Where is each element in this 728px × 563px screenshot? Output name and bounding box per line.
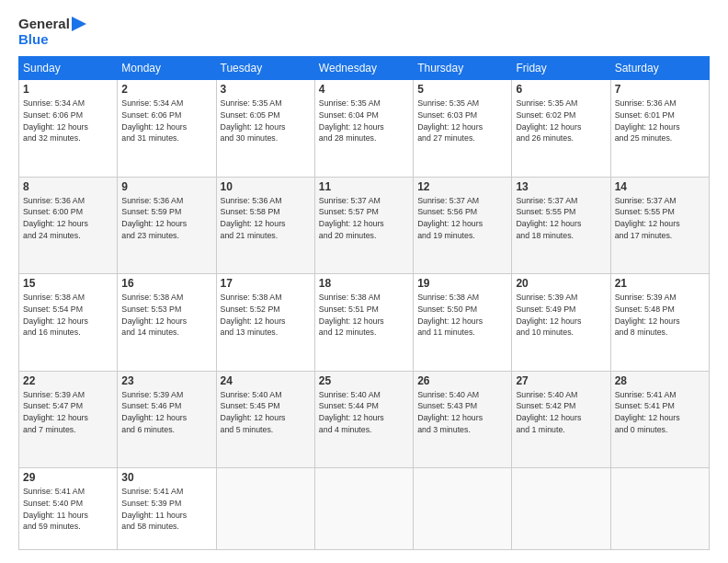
calendar-cell: 28Sunrise: 5:41 AM Sunset: 5:41 PM Dayli… bbox=[610, 371, 709, 468]
day-info: Sunrise: 5:38 AM Sunset: 5:53 PM Dayligh… bbox=[121, 292, 211, 339]
calendar-cell: 11Sunrise: 5:37 AM Sunset: 5:57 PM Dayli… bbox=[314, 177, 413, 274]
day-number: 29 bbox=[23, 471, 113, 484]
day-info: Sunrise: 5:35 AM Sunset: 6:05 PM Dayligh… bbox=[221, 98, 311, 144]
day-number: 5 bbox=[417, 83, 507, 96]
day-info: Sunrise: 5:34 AM Sunset: 6:06 PM Dayligh… bbox=[121, 98, 211, 144]
calendar-cell: 15Sunrise: 5:38 AM Sunset: 5:54 PM Dayli… bbox=[19, 274, 118, 372]
calendar-cell: 30Sunrise: 5:41 AM Sunset: 5:39 PM Dayli… bbox=[118, 468, 216, 550]
day-number: 8 bbox=[23, 180, 113, 193]
day-number: 25 bbox=[319, 374, 409, 387]
calendar-cell: 6Sunrise: 5:35 AM Sunset: 6:02 PM Daylig… bbox=[512, 80, 610, 178]
day-number: 20 bbox=[516, 277, 606, 290]
calendar-cell: 3Sunrise: 5:35 AM Sunset: 6:05 PM Daylig… bbox=[216, 80, 314, 178]
day-info: Sunrise: 5:36 AM Sunset: 6:00 PM Dayligh… bbox=[23, 195, 113, 242]
calendar-cell: 19Sunrise: 5:38 AM Sunset: 5:50 PM Dayli… bbox=[414, 274, 512, 372]
weekday-header-monday: Monday bbox=[118, 57, 216, 80]
calendar-cell bbox=[216, 468, 314, 550]
day-number: 22 bbox=[23, 374, 113, 387]
weekday-header-thursday: Thursday bbox=[414, 57, 512, 80]
calendar-cell bbox=[314, 468, 413, 550]
calendar-cell: 24Sunrise: 5:40 AM Sunset: 5:45 PM Dayli… bbox=[216, 371, 314, 468]
calendar-cell: 9Sunrise: 5:36 AM Sunset: 5:59 PM Daylig… bbox=[118, 177, 216, 274]
calendar-cell bbox=[512, 468, 610, 550]
day-info: Sunrise: 5:40 AM Sunset: 5:42 PM Dayligh… bbox=[516, 389, 606, 436]
day-info: Sunrise: 5:40 AM Sunset: 5:44 PM Dayligh… bbox=[319, 389, 409, 436]
calendar-cell: 23Sunrise: 5:39 AM Sunset: 5:46 PM Dayli… bbox=[118, 371, 216, 468]
day-number: 13 bbox=[516, 180, 606, 193]
calendar-cell: 12Sunrise: 5:37 AM Sunset: 5:56 PM Dayli… bbox=[414, 177, 512, 274]
day-info: Sunrise: 5:36 AM Sunset: 5:58 PM Dayligh… bbox=[221, 195, 311, 242]
calendar-cell: 10Sunrise: 5:36 AM Sunset: 5:58 PM Dayli… bbox=[216, 177, 314, 274]
day-info: Sunrise: 5:39 AM Sunset: 5:47 PM Dayligh… bbox=[23, 389, 113, 436]
calendar-cell: 18Sunrise: 5:38 AM Sunset: 5:51 PM Dayli… bbox=[314, 274, 413, 372]
calendar-cell: 21Sunrise: 5:39 AM Sunset: 5:48 PM Dayli… bbox=[610, 274, 709, 372]
day-number: 9 bbox=[121, 180, 211, 193]
calendar-cell: 1Sunrise: 5:34 AM Sunset: 6:06 PM Daylig… bbox=[19, 80, 118, 178]
calendar-cell: 2Sunrise: 5:34 AM Sunset: 6:06 PM Daylig… bbox=[118, 80, 216, 178]
calendar-cell: 7Sunrise: 5:36 AM Sunset: 6:01 PM Daylig… bbox=[610, 80, 709, 178]
day-number: 23 bbox=[121, 374, 211, 387]
day-info: Sunrise: 5:38 AM Sunset: 5:50 PM Dayligh… bbox=[417, 292, 507, 339]
day-info: Sunrise: 5:38 AM Sunset: 5:52 PM Dayligh… bbox=[221, 292, 311, 339]
weekday-header-friday: Friday bbox=[512, 57, 610, 80]
day-number: 17 bbox=[221, 277, 311, 290]
calendar-cell: 13Sunrise: 5:37 AM Sunset: 5:55 PM Dayli… bbox=[512, 177, 610, 274]
day-info: Sunrise: 5:40 AM Sunset: 5:45 PM Dayligh… bbox=[221, 389, 311, 436]
calendar-cell: 4Sunrise: 5:35 AM Sunset: 6:04 PM Daylig… bbox=[314, 80, 413, 178]
day-info: Sunrise: 5:36 AM Sunset: 5:59 PM Dayligh… bbox=[121, 195, 211, 242]
day-number: 30 bbox=[121, 471, 211, 484]
day-number: 4 bbox=[319, 83, 409, 96]
day-number: 26 bbox=[417, 374, 507, 387]
svg-marker-0 bbox=[72, 17, 86, 31]
day-info: Sunrise: 5:38 AM Sunset: 5:51 PM Dayligh… bbox=[319, 292, 409, 339]
day-number: 14 bbox=[615, 180, 705, 193]
weekday-header-tuesday: Tuesday bbox=[216, 57, 314, 80]
day-info: Sunrise: 5:36 AM Sunset: 6:01 PM Dayligh… bbox=[615, 98, 705, 144]
calendar-cell: 16Sunrise: 5:38 AM Sunset: 5:53 PM Dayli… bbox=[118, 274, 216, 372]
calendar-cell: 27Sunrise: 5:40 AM Sunset: 5:42 PM Dayli… bbox=[512, 371, 610, 468]
day-info: Sunrise: 5:41 AM Sunset: 5:40 PM Dayligh… bbox=[23, 486, 113, 533]
logo: General Blue bbox=[18, 17, 86, 47]
logo-general: General bbox=[18, 17, 70, 32]
weekday-header-sunday: Sunday bbox=[19, 57, 118, 80]
day-number: 6 bbox=[516, 83, 606, 96]
day-info: Sunrise: 5:39 AM Sunset: 5:46 PM Dayligh… bbox=[121, 389, 211, 436]
day-number: 19 bbox=[417, 277, 507, 290]
logo-arrow-icon bbox=[72, 17, 86, 31]
day-info: Sunrise: 5:37 AM Sunset: 5:56 PM Dayligh… bbox=[417, 195, 507, 242]
day-info: Sunrise: 5:37 AM Sunset: 5:57 PM Dayligh… bbox=[319, 195, 409, 242]
day-number: 1 bbox=[23, 83, 113, 96]
calendar-table: SundayMondayTuesdayWednesdayThursdayFrid… bbox=[18, 56, 710, 550]
day-info: Sunrise: 5:35 AM Sunset: 6:03 PM Dayligh… bbox=[417, 98, 507, 144]
day-info: Sunrise: 5:40 AM Sunset: 5:43 PM Dayligh… bbox=[417, 389, 507, 436]
day-info: Sunrise: 5:35 AM Sunset: 6:02 PM Dayligh… bbox=[516, 98, 606, 144]
calendar-cell: 26Sunrise: 5:40 AM Sunset: 5:43 PM Dayli… bbox=[414, 371, 512, 468]
day-info: Sunrise: 5:41 AM Sunset: 5:41 PM Dayligh… bbox=[615, 389, 705, 436]
logo-blue: Blue bbox=[18, 32, 49, 48]
calendar-cell: 22Sunrise: 5:39 AM Sunset: 5:47 PM Dayli… bbox=[19, 371, 118, 468]
day-number: 2 bbox=[121, 83, 211, 96]
weekday-header-saturday: Saturday bbox=[610, 57, 709, 80]
day-info: Sunrise: 5:35 AM Sunset: 6:04 PM Dayligh… bbox=[319, 98, 409, 144]
day-number: 28 bbox=[615, 374, 705, 387]
day-number: 7 bbox=[615, 83, 705, 96]
day-info: Sunrise: 5:41 AM Sunset: 5:39 PM Dayligh… bbox=[121, 486, 211, 533]
day-info: Sunrise: 5:37 AM Sunset: 5:55 PM Dayligh… bbox=[516, 195, 606, 242]
day-number: 12 bbox=[417, 180, 507, 193]
day-number: 10 bbox=[221, 180, 311, 193]
day-info: Sunrise: 5:39 AM Sunset: 5:49 PM Dayligh… bbox=[516, 292, 606, 339]
day-info: Sunrise: 5:38 AM Sunset: 5:54 PM Dayligh… bbox=[23, 292, 113, 339]
day-number: 27 bbox=[516, 374, 606, 387]
calendar-cell: 25Sunrise: 5:40 AM Sunset: 5:44 PM Dayli… bbox=[314, 371, 413, 468]
calendar-cell bbox=[414, 468, 512, 550]
calendar-cell: 29Sunrise: 5:41 AM Sunset: 5:40 PM Dayli… bbox=[19, 468, 118, 550]
calendar-cell: 20Sunrise: 5:39 AM Sunset: 5:49 PM Dayli… bbox=[512, 274, 610, 372]
day-number: 21 bbox=[615, 277, 705, 290]
page: General Blue SundayMondayTuesdayWednesda… bbox=[0, 0, 728, 563]
day-number: 18 bbox=[319, 277, 409, 290]
header: General Blue bbox=[18, 17, 710, 47]
day-number: 24 bbox=[221, 374, 311, 387]
calendar-cell: 5Sunrise: 5:35 AM Sunset: 6:03 PM Daylig… bbox=[414, 80, 512, 178]
calendar-cell bbox=[610, 468, 709, 550]
calendar-cell: 14Sunrise: 5:37 AM Sunset: 5:55 PM Dayli… bbox=[610, 177, 709, 274]
